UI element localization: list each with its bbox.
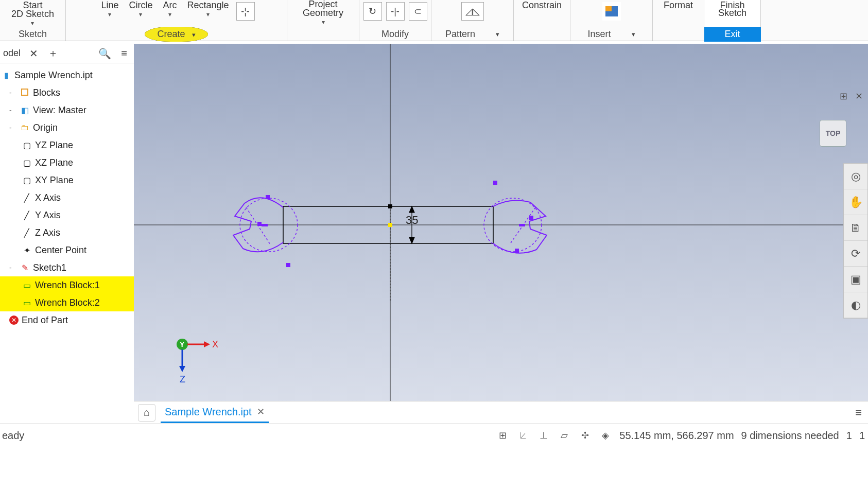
- mirror-button[interactable]: ◿◺: [461, 2, 484, 21]
- circle-button[interactable]: Circle▾: [124, 0, 158, 18]
- lookat-icon[interactable]: ▣: [844, 267, 867, 292]
- insert-image-button[interactable]: [602, 2, 621, 21]
- menu-icon[interactable]: ≡: [117, 47, 131, 60]
- rotate-button[interactable]: ↻: [363, 2, 382, 21]
- visual-style-icon[interactable]: ◐: [844, 292, 867, 318]
- document-tab[interactable]: Sample Wrench.ipt ✕: [161, 402, 269, 423]
- extend-button[interactable]: ⊂: [409, 2, 427, 21]
- ribbon: Start 2D Sketch ▾ Sketch Line▾ Circle▾ A…: [0, 0, 868, 41]
- scale-icon[interactable]: ◈: [599, 429, 612, 442]
- tree-view[interactable]: - ◧ View: Master: [0, 101, 134, 119]
- tree-sketch1[interactable]: - ✎ Sketch1: [0, 259, 134, 276]
- axis-icon: ╱: [22, 210, 32, 220]
- svg-rect-10: [388, 204, 392, 208]
- view-icon: ◧: [20, 105, 30, 115]
- tree-yz-plane[interactable]: ▢YZ Plane: [0, 136, 134, 154]
- chevron-down-icon: ▾: [322, 19, 325, 26]
- snap-icon[interactable]: ⟀: [516, 429, 530, 442]
- grid-icon[interactable]: ⊞: [496, 429, 509, 442]
- label: Rectangle: [187, 0, 229, 11]
- point-button[interactable]: -¦-: [236, 2, 255, 21]
- sketch-canvas[interactable]: 35 Y X: [134, 44, 868, 401]
- label: YZ Plane: [35, 140, 73, 151]
- tab-menu-icon[interactable]: ≡: [855, 406, 862, 419]
- block-icon: ▭: [22, 297, 32, 308]
- tree-center-point[interactable]: ✦Center Point: [0, 241, 134, 259]
- add-icon[interactable]: ＋: [46, 47, 60, 60]
- tree-z-axis[interactable]: ╱Z Axis: [0, 224, 134, 241]
- modify-panel-label: Modify: [381, 25, 409, 39]
- triad-x: X: [212, 339, 218, 349]
- constraints-icon[interactable]: ⊥: [537, 429, 550, 442]
- label: Constrain: [522, 0, 562, 11]
- chevron-down-icon[interactable]: ▾: [496, 30, 499, 38]
- svg-marker-7: [409, 237, 414, 243]
- constrain-button[interactable]: Constrain: [517, 0, 567, 11]
- model-tab-label[interactable]: odel: [3, 48, 21, 59]
- tree-xz-plane[interactable]: ▢XZ Plane: [0, 154, 134, 171]
- dimension-display-icon[interactable]: ▱: [558, 429, 571, 442]
- svg-rect-14: [257, 222, 262, 226]
- label: 2D Sketch: [11, 9, 54, 20]
- tree-end-of-part[interactable]: ✕End of Part: [0, 311, 134, 329]
- rectangle-button[interactable]: Rectangle▾: [182, 0, 234, 18]
- pattern-panel-label: Pattern: [445, 29, 475, 40]
- plane-icon: ▢: [22, 175, 32, 185]
- close-icon[interactable]: ✕: [27, 47, 40, 60]
- create-panel-label-highlighted[interactable]: Create ▾: [145, 27, 207, 42]
- collapse-icon[interactable]: -: [9, 106, 16, 114]
- document-tabs: ⌂ Sample Wrench.ipt ✕ ≡: [134, 401, 868, 424]
- status-bar: eady ⊞ ⟀ ⊥ ▱ ✢ ◈ 55.145 mm, 566.297 mm 9…: [0, 424, 868, 447]
- chevron-down-icon: ▾: [108, 11, 111, 18]
- layout-icon[interactable]: ⊞: [837, 90, 849, 102]
- pan-icon[interactable]: ✋: [844, 189, 867, 215]
- svg-rect-22: [515, 249, 519, 253]
- exit-button[interactable]: Exit: [704, 27, 761, 42]
- tree-origin[interactable]: - 🗀 Origin: [0, 119, 134, 136]
- close-tab-icon[interactable]: ✕: [257, 406, 265, 417]
- label: XY Plane: [35, 175, 74, 186]
- zoom-icon[interactable]: 🗎: [844, 215, 867, 241]
- tree-wrench-block-2[interactable]: ▭Wrench Block:2: [0, 294, 134, 311]
- label: Origin: [33, 122, 58, 133]
- label: Format: [664, 0, 693, 11]
- project-geometry-button-line2[interactable]: Geometry ▾: [298, 8, 349, 26]
- blocks-icon: 🞏: [20, 87, 30, 98]
- format-button[interactable]: Format: [658, 0, 698, 11]
- label: End of Part: [22, 315, 68, 326]
- triad-z: Z: [180, 374, 185, 384]
- start-2d-sketch-button-line2[interactable]: 2D Sketch ▾: [6, 9, 59, 27]
- search-icon[interactable]: 🔍: [98, 47, 111, 60]
- view-cube-face: TOP: [826, 129, 841, 137]
- status-dims-needed: 9 dimensions needed: [741, 430, 839, 442]
- orbit-icon[interactable]: ⟳: [844, 241, 867, 267]
- home-tab-icon[interactable]: ⌂: [138, 404, 155, 422]
- line-button[interactable]: Line▾: [96, 0, 124, 18]
- tree-xy-plane[interactable]: ▢XY Plane: [0, 171, 134, 189]
- trim-button[interactable]: -|-: [386, 2, 405, 21]
- tree-root[interactable]: ▮ Sample Wrench.ipt: [0, 66, 134, 84]
- label: Wrench Block:1: [35, 280, 100, 291]
- label: View: Master: [33, 105, 86, 116]
- close-canvas-icon[interactable]: ✕: [853, 90, 865, 102]
- nav-wheel-icon[interactable]: ◎: [844, 164, 867, 189]
- arc-button[interactable]: Arc▾: [158, 0, 182, 18]
- sketch-panel-label: Sketch: [19, 25, 47, 39]
- tree-wrench-block-1[interactable]: ▭Wrench Block:1: [0, 276, 134, 294]
- tree-y-axis[interactable]: ╱Y Axis: [0, 206, 134, 224]
- tree-x-axis[interactable]: ╱X Axis: [0, 189, 134, 206]
- navigation-bar: ◎ ✋ 🗎 ⟳ ▣ ◐: [843, 163, 868, 319]
- block-icon: ▭: [22, 280, 32, 290]
- finish-sketch-button-line2[interactable]: Sketch: [713, 8, 752, 19]
- collapse-icon[interactable]: -: [9, 124, 16, 132]
- collapse-icon[interactable]: -: [9, 264, 16, 272]
- panel-header: odel ✕ ＋ 🔍 ≡: [0, 44, 134, 63]
- move-icon[interactable]: ✢: [578, 429, 592, 442]
- tree-blocks[interactable]: - 🞏 Blocks: [0, 84, 134, 101]
- chevron-down-icon[interactable]: ▾: [632, 30, 635, 38]
- collapse-icon[interactable]: -: [9, 89, 16, 97]
- view-cube[interactable]: TOP: [820, 120, 846, 147]
- chevron-down-icon: ▾: [139, 11, 142, 18]
- label: Wrench Block:2: [35, 297, 100, 308]
- point-icon: ✦: [22, 245, 32, 255]
